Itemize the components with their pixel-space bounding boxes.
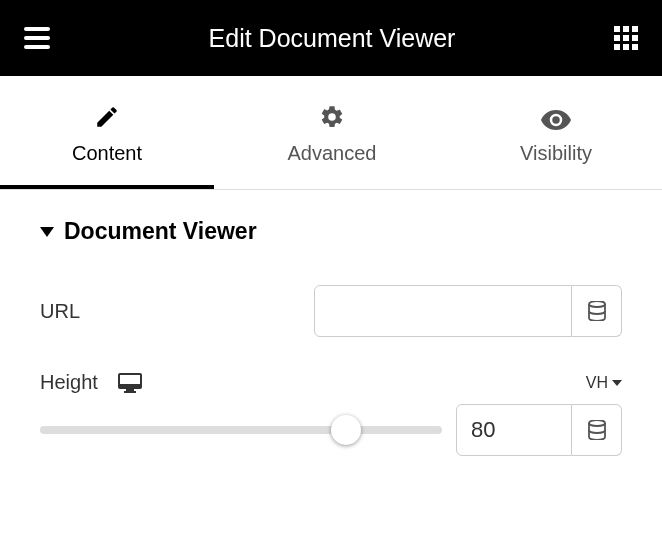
height-slider[interactable] [40,412,442,448]
slider-row [40,404,622,456]
url-input-group [314,285,622,337]
url-row: URL [40,285,622,337]
svg-rect-11 [632,44,638,50]
section-toggle[interactable]: Document Viewer [40,218,622,245]
svg-rect-3 [614,26,620,32]
page-title: Edit Document Viewer [209,24,456,53]
svg-rect-5 [632,26,638,32]
svg-rect-10 [623,44,629,50]
slider-track [40,426,442,434]
slider-thumb[interactable] [331,415,361,445]
eye-icon [541,110,571,130]
height-label-group: Height [40,371,142,394]
unit-label: VH [586,374,608,392]
responsive-button[interactable] [118,373,142,393]
desktop-icon [118,373,142,393]
unit-select[interactable]: VH [586,374,622,392]
svg-rect-4 [623,26,629,32]
apps-button[interactable] [614,26,638,50]
tab-label: Content [72,142,142,165]
menu-button[interactable] [24,27,50,49]
database-icon [588,301,606,321]
section: Document Viewer URL Height VH [0,190,662,456]
database-icon [588,420,606,440]
chevron-down-icon [612,380,622,386]
svg-rect-15 [126,389,134,391]
height-input[interactable] [456,404,572,456]
svg-rect-16 [124,391,136,393]
svg-point-12 [589,301,605,307]
tab-visibility[interactable]: Visibility [450,76,662,189]
caret-down-icon [40,227,54,237]
tabs: Content Advanced Visibility [0,76,662,190]
url-label: URL [40,300,314,323]
section-title: Document Viewer [64,218,257,245]
topbar: Edit Document Viewer [0,0,662,76]
height-label: Height [40,371,98,394]
dynamic-tags-button[interactable] [572,404,622,456]
svg-rect-9 [614,44,620,50]
tab-advanced[interactable]: Advanced [214,76,450,189]
svg-rect-7 [623,35,629,41]
pencil-icon [94,104,120,130]
svg-rect-1 [24,36,50,40]
svg-rect-8 [632,35,638,41]
svg-rect-0 [24,27,50,31]
tab-label: Visibility [520,142,592,165]
grid-icon [614,26,638,50]
tab-content[interactable]: Content [0,76,214,189]
svg-rect-2 [24,45,50,49]
tab-label: Advanced [288,142,377,165]
height-input-group [456,404,622,456]
dynamic-tags-button[interactable] [572,285,622,337]
url-input[interactable] [314,285,572,337]
height-row: Height VH [40,371,622,394]
svg-rect-6 [614,35,620,41]
hamburger-icon [24,27,50,49]
gear-icon [319,104,345,130]
svg-rect-14 [119,384,141,388]
svg-point-17 [589,420,605,426]
